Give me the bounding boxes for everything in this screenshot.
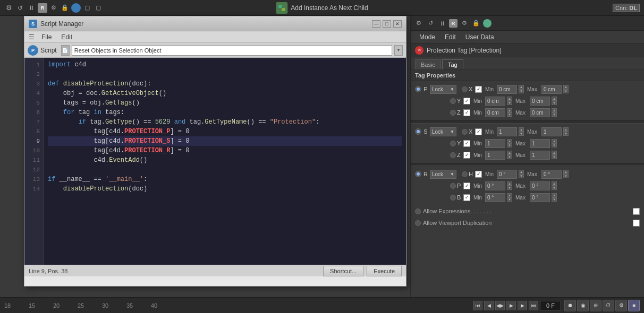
tp-p-z-max-val[interactable]: 0 cm xyxy=(530,108,550,117)
allow-viewport-checkbox[interactable] xyxy=(633,220,640,227)
tp-s-z-radio[interactable] xyxy=(450,152,456,158)
execute-button[interactable]: Execute xyxy=(367,266,402,276)
menu-edit[interactable]: Edit xyxy=(57,32,77,42)
rp-lock2-icon[interactable]: 🔒 xyxy=(471,19,481,28)
tp-p-z-checkbox[interactable]: ✓ xyxy=(463,109,470,116)
tp-r-h-max-val[interactable]: 0 ° xyxy=(541,170,562,179)
tp-r-b-max-arrows[interactable]: ▲▼ xyxy=(552,193,557,202)
tp-s-x-radio[interactable] xyxy=(462,129,468,135)
tp-r-h-min-arrows[interactable]: ▲▼ xyxy=(519,170,524,178)
tp-s-x-min-arrows[interactable]: ▲▼ xyxy=(519,127,524,136)
tp-s-z-min-arrows[interactable]: ▲▼ xyxy=(507,151,512,159)
tp-p-z-min-val[interactable]: 0 cm xyxy=(485,108,505,117)
bb-icon-4[interactable]: ⏱ xyxy=(603,300,614,311)
tp-r-p-checkbox[interactable]: ✓ xyxy=(463,182,470,189)
tp-p-z-min-arrows[interactable]: ▲▼ xyxy=(507,108,512,117)
rp-menu-edit[interactable]: Edit xyxy=(440,32,460,42)
sm-window-controls[interactable]: — □ ✕ xyxy=(372,20,402,28)
tp-r-p-radio[interactable] xyxy=(450,183,456,189)
next-keyframe-button[interactable]: ▶ xyxy=(518,301,527,310)
tp-s-z-max-val[interactable]: 1 xyxy=(530,151,550,160)
code-content[interactable]: import c4d def disableProtection(doc): o… xyxy=(44,58,406,265)
shortcut-button[interactable]: Shortcut... xyxy=(323,266,363,276)
minimize-button[interactable]: — xyxy=(372,20,380,28)
prev-frame-button[interactable]: ⏮ xyxy=(473,301,482,310)
tp-p-x-radio[interactable] xyxy=(462,86,468,92)
dropdown-arrow-icon[interactable]: ▼ xyxy=(394,45,403,56)
tp-p-x-max-arrows[interactable]: ▲▼ xyxy=(563,85,569,93)
bb-icon-5[interactable]: ⚙ xyxy=(615,300,627,311)
tp-s-y-min-arrows[interactable]: ▲▼ xyxy=(507,139,512,147)
tp-p-y-max-val[interactable]: 0 cm xyxy=(530,97,550,106)
maximize-button[interactable]: □ xyxy=(383,20,391,28)
rp-pause-icon[interactable]: ⏸ xyxy=(437,19,447,28)
allow-expressions-radio[interactable] xyxy=(415,208,421,214)
tp-p-z-radio[interactable] xyxy=(450,110,456,116)
tp-p-x-max-val[interactable]: 0 cm xyxy=(541,85,562,94)
bb-icon-1[interactable]: ⏺ xyxy=(564,300,576,311)
tp-r-lock-dropdown[interactable]: Lock▼ xyxy=(430,170,456,179)
tp-p-y-checkbox[interactable]: ✓ xyxy=(463,98,470,105)
add-instance-icon[interactable] xyxy=(276,2,287,14)
tp-p-x-min-arrows[interactable]: ▲▼ xyxy=(519,85,524,93)
bb-icon-2[interactable]: ◉ xyxy=(577,300,589,311)
rp-menu-userdata[interactable]: User Data xyxy=(461,32,498,42)
tp-p-y-min-arrows[interactable]: ▲▼ xyxy=(507,97,512,105)
tp-r-h-checkbox[interactable]: ✓ xyxy=(475,171,482,178)
play-back-button[interactable]: ◀▶ xyxy=(495,301,505,310)
tp-s-x-max-val[interactable]: 1 xyxy=(541,127,562,136)
tp-r-b-radio[interactable] xyxy=(450,195,456,201)
tp-r-h-radio[interactable] xyxy=(462,171,468,177)
rp-gear-icon[interactable]: ⚙ xyxy=(460,19,469,28)
tab-basic[interactable]: Basic xyxy=(415,59,441,69)
tp-s-x-checkbox[interactable]: ✓ xyxy=(475,128,482,135)
tp-s-y-min-val[interactable]: 1 xyxy=(485,139,505,148)
settings-icon[interactable]: ⚙ xyxy=(4,3,14,13)
rp-refresh-icon[interactable]: ↺ xyxy=(426,19,435,28)
bb-icon-6[interactable]: ■ xyxy=(628,300,640,311)
square2-icon[interactable]: ▢ xyxy=(94,3,103,13)
close-button[interactable]: ✕ xyxy=(393,20,402,28)
tp-p-y-max-arrows[interactable]: ▲▼ xyxy=(552,97,557,105)
tp-p-z-max-arrows[interactable]: ▲▼ xyxy=(552,108,557,117)
tp-s-z-min-val[interactable]: 1 xyxy=(485,151,505,160)
gear2-icon[interactable]: ⚙ xyxy=(49,3,58,13)
tp-s-z-max-arrows[interactable]: ▲▼ xyxy=(552,151,557,159)
tp-r-p-min-arrows[interactable]: ▲▼ xyxy=(507,181,512,190)
tp-p-y-min-val[interactable]: 0 cm xyxy=(485,97,505,106)
allow-viewport-radio[interactable] xyxy=(415,220,421,226)
script-dropdown[interactable]: Reset Objects in Selection Object xyxy=(72,45,392,56)
tp-s-y-radio[interactable] xyxy=(450,141,456,146)
bb-icon-3[interactable]: ⊕ xyxy=(590,300,601,311)
tp-s-x-max-arrows[interactable]: ▲▼ xyxy=(563,127,569,136)
tp-s-radio[interactable] xyxy=(415,128,421,135)
tp-r-b-min-arrows[interactable]: ▲▼ xyxy=(507,193,512,202)
tp-r-b-checkbox[interactable]: ✓ xyxy=(463,194,470,201)
tp-p-x-checkbox[interactable]: ✓ xyxy=(475,86,482,93)
tp-p-radio[interactable] xyxy=(415,86,421,92)
tp-s-lock-dropdown[interactable]: Lock▼ xyxy=(430,127,456,136)
tp-p-lock-dropdown[interactable]: Lock▼ xyxy=(430,85,456,94)
refresh-icon[interactable]: ↺ xyxy=(15,3,25,13)
r-icon[interactable]: R xyxy=(38,3,47,13)
tab-tag[interactable]: Tag xyxy=(442,59,463,69)
tp-s-y-max-arrows[interactable]: ▲▼ xyxy=(552,139,557,147)
tp-r-radio[interactable] xyxy=(415,171,421,177)
allow-expressions-checkbox[interactable] xyxy=(633,208,640,215)
prev-keyframe-button[interactable]: ◀ xyxy=(484,301,494,310)
tp-r-p-max-val[interactable]: 0 ° xyxy=(530,181,550,190)
tp-r-b-max-val[interactable]: 0 ° xyxy=(530,193,550,202)
play-button[interactable]: ▶ xyxy=(506,301,516,310)
rp-r-icon[interactable]: R xyxy=(449,19,457,28)
tp-r-b-min-val[interactable]: 0 ° xyxy=(485,193,505,202)
lock-icon[interactable]: 🔒 xyxy=(60,3,70,13)
next-frame-button[interactable]: ⏭ xyxy=(529,301,538,310)
tp-p-y-radio[interactable] xyxy=(450,98,456,104)
tp-s-z-checkbox[interactable]: ✓ xyxy=(463,152,470,159)
hamburger-icon[interactable]: ☰ xyxy=(27,32,36,42)
tp-p-x-min-val[interactable]: 0 cm xyxy=(497,85,517,94)
tp-s-y-checkbox[interactable]: ✓ xyxy=(463,140,470,147)
rp-settings-icon[interactable]: ⚙ xyxy=(414,19,423,28)
pause-icon[interactable]: ⏸ xyxy=(27,3,36,13)
tp-s-y-max-val[interactable]: 1 xyxy=(530,139,550,148)
